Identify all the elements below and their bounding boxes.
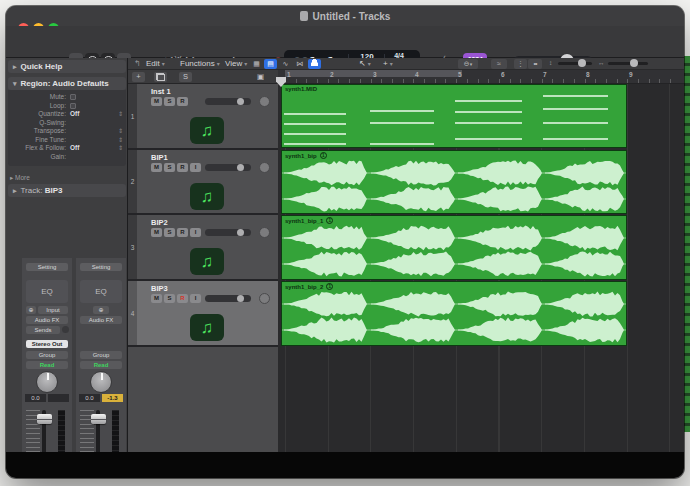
- mute-checkbox[interactable]: [70, 94, 76, 100]
- mute-button[interactable]: M: [151, 228, 162, 237]
- slider-knob[interactable]: [630, 59, 638, 67]
- horizontal-zoom-slider[interactable]: [608, 62, 648, 65]
- input-monitor-button[interactable]: I: [190, 294, 201, 303]
- mute-button[interactable]: M: [151, 163, 162, 172]
- stepper-icon[interactable]: ⇕: [118, 136, 123, 144]
- catch-playhead-button[interactable]: [308, 59, 321, 69]
- input-monitor-button[interactable]: I: [190, 163, 201, 172]
- track-inspector-header[interactable]: ▸Track: BIP3: [8, 184, 126, 197]
- eq-display[interactable]: EQ: [26, 280, 68, 303]
- slider-knob[interactable]: [237, 295, 244, 302]
- grid-view-button[interactable]: ▦: [250, 59, 263, 69]
- slider-knob[interactable]: [237, 229, 244, 236]
- stepper-icon[interactable]: ⇕: [118, 110, 123, 118]
- track-volume-slider[interactable]: [205, 98, 251, 105]
- command-click-tool-menu[interactable]: +▾: [383, 59, 393, 68]
- mute-button[interactable]: M: [151, 294, 162, 303]
- region-synth1-mid[interactable]: synth1.MID: [281, 84, 627, 148]
- output-slot[interactable]: Stereo Out: [26, 340, 68, 348]
- back-icon[interactable]: ↰: [134, 59, 141, 68]
- pan-knob[interactable]: [90, 371, 112, 393]
- global-solo-button[interactable]: S: [179, 72, 192, 82]
- quantize-value[interactable]: Off: [70, 110, 79, 118]
- region-synth1-bip[interactable]: synth1_bip1: [281, 150, 627, 214]
- setting-button[interactable]: Setting: [80, 263, 122, 271]
- add-track-button[interactable]: +: [132, 72, 145, 82]
- flex-button[interactable]: ⋈: [293, 59, 306, 69]
- track-name[interactable]: BIP1: [151, 153, 168, 162]
- track-name[interactable]: Inst 1: [151, 87, 171, 96]
- slider-knob[interactable]: [578, 59, 586, 67]
- pan-value[interactable]: 0.0: [25, 394, 46, 402]
- setting-button[interactable]: Setting: [26, 263, 68, 271]
- edit-menu[interactable]: Edit▾: [146, 59, 165, 68]
- region-inspector-header[interactable]: ▾Region: Audio Defaults: [8, 77, 126, 90]
- group-slot[interactable]: Group: [80, 351, 122, 359]
- fader-cap[interactable]: [91, 414, 106, 424]
- fader-cap[interactable]: [37, 414, 52, 424]
- automation-mode-button[interactable]: Read: [80, 361, 122, 369]
- track-volume-slider[interactable]: [205, 229, 251, 236]
- solo-button[interactable]: S: [164, 228, 175, 237]
- audio-fx-slot[interactable]: Audio FX: [80, 316, 122, 324]
- pan-knob[interactable]: [36, 371, 58, 393]
- drag-mode-menu[interactable]: ⊖▾: [458, 59, 478, 69]
- gain-value[interactable]: -1.3: [102, 394, 123, 402]
- record-button[interactable]: R: [177, 97, 188, 106]
- input-monitor-button[interactable]: I: [190, 228, 201, 237]
- track-row-bip2[interactable]: 3 BIP2 MSRI ♫: [128, 215, 278, 281]
- vertical-auto-zoom-button[interactable]: ⋮: [514, 59, 527, 69]
- record-button[interactable]: R: [177, 228, 188, 237]
- bar-ruler[interactable]: 1 2 3 4 5 6 7 8 9: [278, 70, 684, 84]
- gain-value[interactable]: [48, 394, 69, 402]
- stepper-icon[interactable]: ⇕: [118, 144, 123, 152]
- group-slot[interactable]: Group: [26, 351, 68, 359]
- track-row-bip1[interactable]: 2 BIP1 MSRI ♫: [128, 150, 278, 215]
- track-row-inst1[interactable]: 1 Inst 1 MSR ♫: [128, 84, 278, 150]
- input-slot[interactable]: Input: [38, 306, 68, 314]
- eq-display[interactable]: EQ: [80, 280, 122, 303]
- view-menu[interactable]: View▾: [225, 59, 247, 68]
- automation-button[interactable]: ∿: [279, 59, 292, 69]
- left-click-tool-menu[interactable]: ↖▾: [359, 59, 371, 68]
- send-knob[interactable]: [62, 326, 69, 333]
- input-format-button[interactable]: ⊕: [26, 306, 36, 314]
- record-button[interactable]: R: [177, 294, 188, 303]
- track-row-bip3-selected[interactable]: 4 BIP3 MSRI ♫: [128, 281, 278, 347]
- pan-value[interactable]: 0.0: [79, 394, 100, 402]
- stepper-icon[interactable]: ⇕: [118, 127, 123, 135]
- track-volume-slider[interactable]: [205, 164, 251, 171]
- horizontal-auto-zoom-button[interactable]: ••: [528, 59, 542, 69]
- slider-knob[interactable]: [237, 98, 244, 105]
- region-synth1-bip-1[interactable]: synth1_bip_11: [281, 215, 627, 280]
- track-pan-knob[interactable]: [259, 293, 270, 304]
- track-volume-slider[interactable]: [205, 295, 251, 302]
- vertical-zoom-slider[interactable]: [558, 62, 592, 65]
- functions-menu[interactable]: Functions▾: [180, 59, 220, 68]
- waveform-zoom-button[interactable]: ≈: [491, 59, 507, 69]
- track-pan-knob[interactable]: [259, 162, 270, 173]
- duplicate-track-button[interactable]: [154, 72, 167, 82]
- record-button[interactable]: R: [177, 163, 188, 172]
- region-synth1-bip-2[interactable]: synth1_bip_21: [281, 281, 627, 346]
- flex-follow-value[interactable]: Off: [70, 144, 79, 152]
- quick-help-header[interactable]: ▸Quick Help: [8, 60, 126, 73]
- solo-button[interactable]: S: [164, 163, 175, 172]
- track-pan-knob[interactable]: [259, 227, 270, 238]
- audio-fx-slot[interactable]: Audio FX: [26, 316, 68, 324]
- track-zoom-icon[interactable]: ▣: [254, 72, 267, 82]
- input-format-button[interactable]: ⊕: [93, 306, 109, 314]
- solo-button[interactable]: S: [164, 97, 175, 106]
- sends-slot[interactable]: Sends: [26, 326, 60, 334]
- track-name[interactable]: BIP2: [151, 218, 168, 227]
- solo-button[interactable]: S: [164, 294, 175, 303]
- track-header-config-button[interactable]: ▤: [264, 59, 277, 69]
- mute-button[interactable]: M: [151, 97, 162, 106]
- more-disclosure[interactable]: ▸ More: [10, 174, 131, 182]
- automation-mode-button[interactable]: Read: [26, 361, 68, 369]
- track-name[interactable]: BIP3: [151, 284, 168, 293]
- arrange-area[interactable]: synth1.MID synth1_bip1 synth1_bip_11 syn…: [278, 84, 684, 452]
- track-pan-knob[interactable]: [259, 96, 270, 107]
- loop-checkbox[interactable]: [70, 103, 76, 109]
- slider-knob[interactable]: [237, 164, 244, 171]
